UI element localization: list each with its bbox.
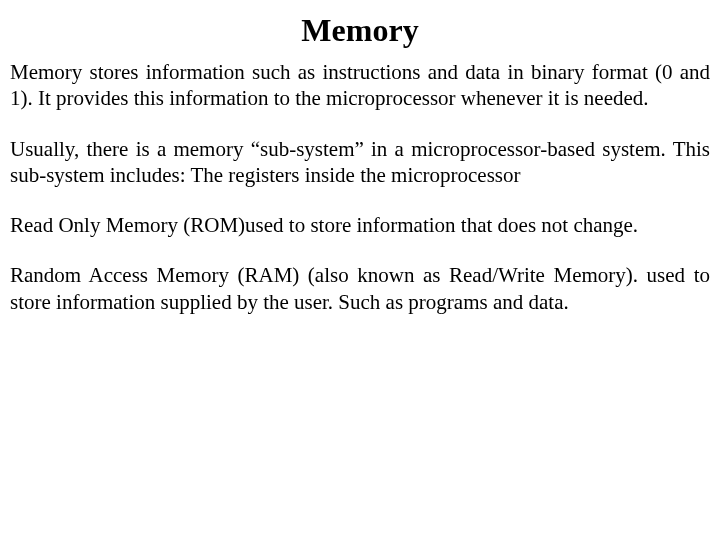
page-title: Memory bbox=[10, 12, 710, 49]
paragraph-ram: Random Access Memory (RAM) (also known a… bbox=[10, 262, 710, 315]
paragraph-intro: Memory stores information such as instru… bbox=[10, 59, 710, 112]
paragraph-rom: Read Only Memory (ROM)used to store info… bbox=[10, 212, 710, 238]
paragraph-subsystem: Usually, there is a memory “sub-system” … bbox=[10, 136, 710, 189]
